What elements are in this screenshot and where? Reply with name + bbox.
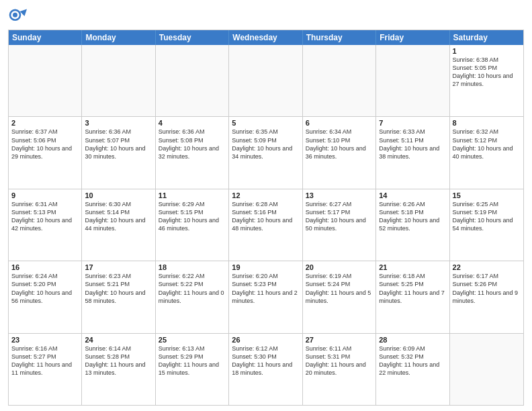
- day-info: Sunrise: 6:26 AM Sunset: 5:18 PM Dayligh…: [379, 200, 446, 233]
- day-info: Sunrise: 6:09 AM Sunset: 5:32 PM Dayligh…: [379, 345, 446, 377]
- day-number: 16: [11, 263, 79, 271]
- day-info: Sunrise: 6:28 AM Sunset: 5:16 PM Dayligh…: [232, 200, 299, 233]
- day-number: 11: [159, 191, 226, 199]
- calendar-cell: 19Sunrise: 6:20 AM Sunset: 5:23 PM Dayli…: [229, 261, 302, 332]
- weekday-header: Wednesday: [229, 30, 302, 45]
- day-info: Sunrise: 6:35 AM Sunset: 5:09 PM Dayligh…: [232, 128, 299, 161]
- calendar-cell: 22Sunrise: 6:17 AM Sunset: 5:26 PM Dayli…: [450, 261, 523, 332]
- calendar-cell: 8Sunrise: 6:32 AM Sunset: 5:12 PM Daylig…: [450, 117, 523, 188]
- day-info: Sunrise: 6:30 AM Sunset: 5:14 PM Dayligh…: [85, 200, 152, 233]
- calendar-cell: 13Sunrise: 6:27 AM Sunset: 5:17 PM Dayli…: [303, 189, 376, 261]
- calendar-cell: 27Sunrise: 6:11 AM Sunset: 5:31 PM Dayli…: [303, 334, 376, 405]
- calendar-cell: 6Sunrise: 6:34 AM Sunset: 5:10 PM Daylig…: [303, 117, 376, 188]
- day-info: Sunrise: 6:34 AM Sunset: 5:10 PM Dayligh…: [306, 128, 373, 161]
- day-info: Sunrise: 6:37 AM Sunset: 5:06 PM Dayligh…: [11, 128, 79, 161]
- calendar-cell: 1Sunrise: 6:38 AM Sunset: 5:05 PM Daylig…: [450, 45, 523, 116]
- calendar-cell: 25Sunrise: 6:13 AM Sunset: 5:29 PM Dayli…: [156, 334, 229, 405]
- calendar-cell: 21Sunrise: 6:18 AM Sunset: 5:25 PM Dayli…: [376, 261, 449, 332]
- calendar-cell: 7Sunrise: 6:33 AM Sunset: 5:11 PM Daylig…: [376, 117, 449, 188]
- day-number: 5: [232, 119, 299, 127]
- calendar-cell: 2Sunrise: 6:37 AM Sunset: 5:06 PM Daylig…: [9, 117, 82, 188]
- day-info: Sunrise: 6:38 AM Sunset: 5:05 PM Dayligh…: [453, 56, 521, 89]
- calendar-cell: 23Sunrise: 6:16 AM Sunset: 5:27 PM Dayli…: [9, 334, 82, 405]
- day-number: 28: [379, 336, 446, 344]
- day-number: 26: [232, 336, 299, 344]
- calendar-cell: 16Sunrise: 6:24 AM Sunset: 5:20 PM Dayli…: [9, 261, 82, 332]
- day-info: Sunrise: 6:29 AM Sunset: 5:15 PM Dayligh…: [159, 200, 226, 233]
- calendar-cell: [303, 45, 376, 116]
- day-info: Sunrise: 6:18 AM Sunset: 5:25 PM Dayligh…: [379, 272, 446, 305]
- weekday-header: Monday: [82, 30, 155, 45]
- calendar-cell: 26Sunrise: 6:12 AM Sunset: 5:30 PM Dayli…: [229, 334, 302, 405]
- day-info: Sunrise: 6:33 AM Sunset: 5:11 PM Dayligh…: [379, 128, 446, 161]
- day-info: Sunrise: 6:11 AM Sunset: 5:31 PM Dayligh…: [306, 345, 373, 377]
- calendar-cell: 28Sunrise: 6:09 AM Sunset: 5:32 PM Dayli…: [376, 334, 449, 405]
- day-number: 24: [85, 336, 152, 344]
- day-number: 6: [306, 119, 373, 127]
- calendar-cell: [450, 334, 523, 405]
- day-number: 10: [85, 191, 152, 199]
- calendar-cell: [376, 45, 449, 116]
- day-info: Sunrise: 6:13 AM Sunset: 5:29 PM Dayligh…: [159, 345, 226, 377]
- weekday-header: Tuesday: [156, 30, 229, 45]
- day-number: 21: [379, 263, 446, 271]
- day-info: Sunrise: 6:12 AM Sunset: 5:30 PM Dayligh…: [232, 345, 299, 377]
- calendar-cell: [9, 45, 82, 116]
- logo-icon: [8, 7, 27, 26]
- day-number: 13: [306, 191, 373, 199]
- day-number: 8: [453, 119, 521, 127]
- calendar-cell: [229, 45, 302, 116]
- calendar-page: SundayMondayTuesdayWednesdayThursdayFrid…: [0, 0, 532, 411]
- day-number: 20: [306, 263, 373, 271]
- day-number: 23: [11, 336, 79, 344]
- weekday-header: Friday: [376, 30, 449, 45]
- calendar-cell: 9Sunrise: 6:31 AM Sunset: 5:13 PM Daylig…: [9, 189, 82, 261]
- day-info: Sunrise: 6:25 AM Sunset: 5:19 PM Dayligh…: [453, 200, 521, 233]
- day-number: 3: [85, 119, 152, 127]
- day-number: 15: [453, 191, 521, 199]
- day-number: 27: [306, 336, 373, 344]
- weekday-header: Thursday: [303, 30, 376, 45]
- calendar-cell: 20Sunrise: 6:19 AM Sunset: 5:24 PM Dayli…: [303, 261, 376, 332]
- day-info: Sunrise: 6:36 AM Sunset: 5:08 PM Dayligh…: [159, 128, 226, 161]
- day-info: Sunrise: 6:17 AM Sunset: 5:26 PM Dayligh…: [453, 272, 521, 305]
- day-number: 2: [11, 119, 79, 127]
- calendar-cell: 10Sunrise: 6:30 AM Sunset: 5:14 PM Dayli…: [82, 189, 155, 261]
- day-number: 22: [453, 263, 521, 271]
- svg-point-2: [13, 13, 17, 17]
- day-info: Sunrise: 6:22 AM Sunset: 5:22 PM Dayligh…: [159, 272, 226, 305]
- calendar-row: 16Sunrise: 6:24 AM Sunset: 5:20 PM Dayli…: [9, 261, 523, 332]
- day-info: Sunrise: 6:24 AM Sunset: 5:20 PM Dayligh…: [11, 272, 79, 305]
- calendar-cell: 12Sunrise: 6:28 AM Sunset: 5:16 PM Dayli…: [229, 189, 302, 261]
- day-number: 12: [232, 191, 299, 199]
- calendar-cell: 11Sunrise: 6:29 AM Sunset: 5:15 PM Dayli…: [156, 189, 229, 261]
- day-number: 14: [379, 191, 446, 199]
- calendar-grid: SundayMondayTuesdayWednesdayThursdayFrid…: [8, 30, 524, 406]
- day-info: Sunrise: 6:36 AM Sunset: 5:07 PM Dayligh…: [85, 128, 152, 161]
- day-info: Sunrise: 6:32 AM Sunset: 5:12 PM Dayligh…: [453, 128, 521, 161]
- calendar-cell: 17Sunrise: 6:23 AM Sunset: 5:21 PM Dayli…: [82, 261, 155, 332]
- logo: [8, 7, 30, 26]
- day-info: Sunrise: 6:19 AM Sunset: 5:24 PM Dayligh…: [306, 272, 373, 305]
- day-number: 18: [159, 263, 226, 271]
- day-number: 25: [159, 336, 226, 344]
- day-info: Sunrise: 6:20 AM Sunset: 5:23 PM Dayligh…: [232, 272, 299, 305]
- weekday-header: Sunday: [9, 30, 82, 45]
- calendar-body: 1Sunrise: 6:38 AM Sunset: 5:05 PM Daylig…: [9, 45, 523, 405]
- day-info: Sunrise: 6:27 AM Sunset: 5:17 PM Dayligh…: [306, 200, 373, 233]
- day-info: Sunrise: 6:14 AM Sunset: 5:28 PM Dayligh…: [85, 345, 152, 377]
- calendar-cell: [156, 45, 229, 116]
- day-number: 1: [453, 47, 521, 55]
- calendar-cell: 15Sunrise: 6:25 AM Sunset: 5:19 PM Dayli…: [450, 189, 523, 261]
- calendar-row: 2Sunrise: 6:37 AM Sunset: 5:06 PM Daylig…: [9, 116, 523, 188]
- calendar-row: 23Sunrise: 6:16 AM Sunset: 5:27 PM Dayli…: [9, 333, 523, 405]
- day-number: 19: [232, 263, 299, 271]
- day-number: 7: [379, 119, 446, 127]
- day-number: 17: [85, 263, 152, 271]
- calendar-cell: 18Sunrise: 6:22 AM Sunset: 5:22 PM Dayli…: [156, 261, 229, 332]
- day-number: 4: [159, 119, 226, 127]
- calendar-cell: 24Sunrise: 6:14 AM Sunset: 5:28 PM Dayli…: [82, 334, 155, 405]
- calendar-cell: 4Sunrise: 6:36 AM Sunset: 5:08 PM Daylig…: [156, 117, 229, 188]
- day-info: Sunrise: 6:31 AM Sunset: 5:13 PM Dayligh…: [11, 200, 79, 233]
- calendar-cell: 3Sunrise: 6:36 AM Sunset: 5:07 PM Daylig…: [82, 117, 155, 188]
